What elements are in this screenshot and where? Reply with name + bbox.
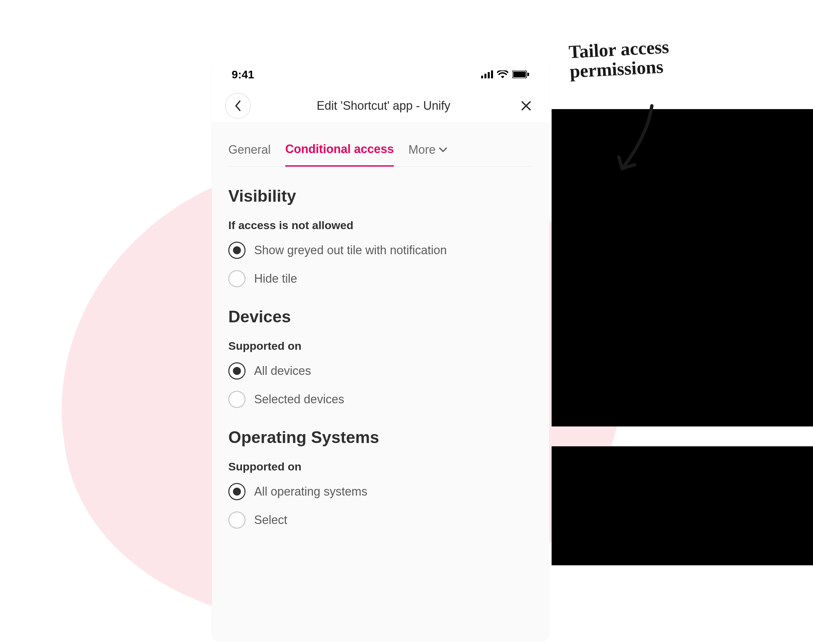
radio-input [228, 391, 245, 408]
radio-label: Selected devices [254, 392, 344, 406]
radio-input [228, 270, 245, 287]
nav-header: Edit 'Shortcut' app - Unify [212, 89, 549, 122]
heading-visibility: Visibility [228, 187, 533, 206]
radio-label: Hide tile [254, 272, 297, 286]
tab-general[interactable]: General [228, 143, 271, 166]
back-button[interactable] [225, 93, 251, 119]
page-title: Edit 'Shortcut' app - Unify [317, 99, 450, 113]
radio-input-checked [228, 483, 245, 500]
svg-rect-2 [488, 72, 490, 78]
obscured-region-bottom [552, 446, 813, 565]
heading-operating-systems: Operating Systems [228, 428, 533, 447]
chevron-down-icon [439, 147, 447, 152]
phone-mockup: 9:41 Edit 'Shortcut' app - Unify [212, 60, 549, 641]
section-devices: Devices Supported on All devices Selecte… [228, 307, 533, 408]
svg-rect-5 [513, 71, 526, 77]
svg-rect-0 [481, 76, 483, 78]
content-area: General Conditional access More Visibili… [212, 122, 549, 641]
subhead-supported-on-devices: Supported on [228, 340, 533, 352]
radio-label: Select [254, 513, 287, 527]
radio-input-checked [228, 363, 245, 379]
section-visibility: Visibility If access is not allowed Show… [228, 187, 533, 287]
radio-all-os[interactable]: All operating systems [228, 483, 533, 500]
svg-rect-6 [528, 73, 529, 76]
chevron-left-icon [234, 100, 242, 112]
obscured-region-top [552, 109, 813, 427]
subhead-supported-on-os: Supported on [228, 460, 533, 473]
handwritten-annotation: Tailor access permissions [568, 37, 670, 81]
status-icons [481, 70, 529, 78]
tabs: General Conditional access More [228, 122, 533, 167]
battery-icon [512, 70, 529, 78]
radio-selected-devices[interactable]: Selected devices [228, 391, 533, 408]
subhead-access-not-allowed: If access is not allowed [228, 219, 533, 232]
close-icon [521, 101, 531, 111]
tab-more-label: More [408, 143, 436, 157]
radio-input-checked [228, 242, 245, 259]
radio-select-os[interactable]: Select [228, 511, 533, 529]
close-button[interactable] [516, 96, 536, 116]
radio-label: Show greyed out tile with notification [254, 243, 447, 257]
wifi-icon [497, 70, 508, 78]
radio-input [228, 511, 245, 529]
svg-rect-3 [491, 70, 493, 78]
status-time: 9:41 [232, 68, 254, 81]
svg-rect-1 [485, 74, 486, 78]
tab-more[interactable]: More [408, 143, 447, 166]
cellular-signal-icon [481, 70, 493, 78]
radio-show-greyed-tile[interactable]: Show greyed out tile with notification [228, 242, 533, 259]
section-operating-systems: Operating Systems Supported on All opera… [228, 428, 533, 529]
heading-devices: Devices [228, 307, 533, 326]
radio-hide-tile[interactable]: Hide tile [228, 270, 533, 287]
annotation-arrow-icon [615, 102, 662, 175]
radio-label: All operating systems [254, 485, 367, 499]
status-bar: 9:41 [212, 60, 549, 89]
radio-label: All devices [254, 364, 311, 378]
tab-conditional-access[interactable]: Conditional access [285, 142, 394, 167]
radio-all-devices[interactable]: All devices [228, 363, 533, 379]
